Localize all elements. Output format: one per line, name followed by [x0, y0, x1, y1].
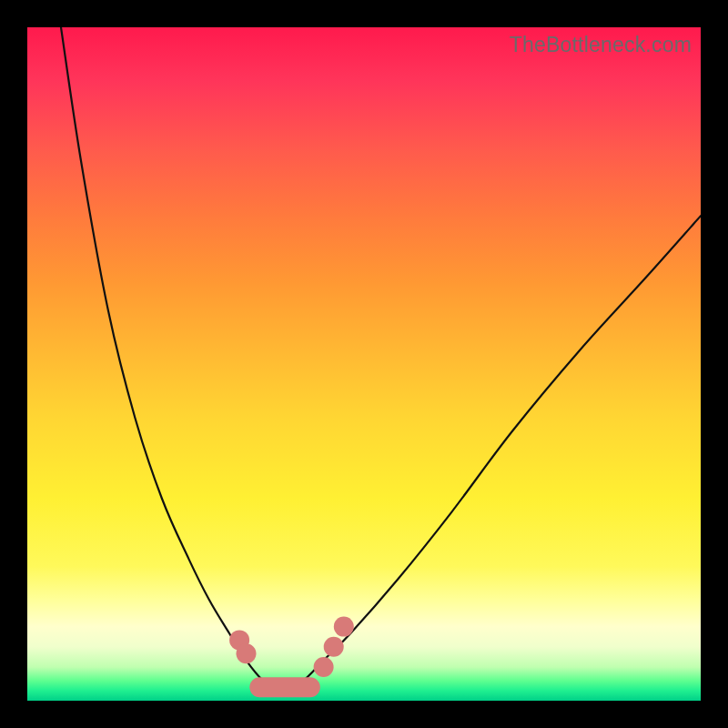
marker-dot	[237, 643, 257, 663]
plot-area: TheBottleneck.com	[27, 27, 701, 701]
marker-dot	[324, 637, 344, 657]
marker-dot	[334, 617, 354, 637]
markers-group	[229, 617, 354, 688]
curve-left-branch	[61, 27, 283, 694]
marker-dot	[314, 657, 334, 677]
bottleneck-curve-svg	[27, 27, 701, 701]
outer-frame: TheBottleneck.com	[0, 0, 728, 728]
